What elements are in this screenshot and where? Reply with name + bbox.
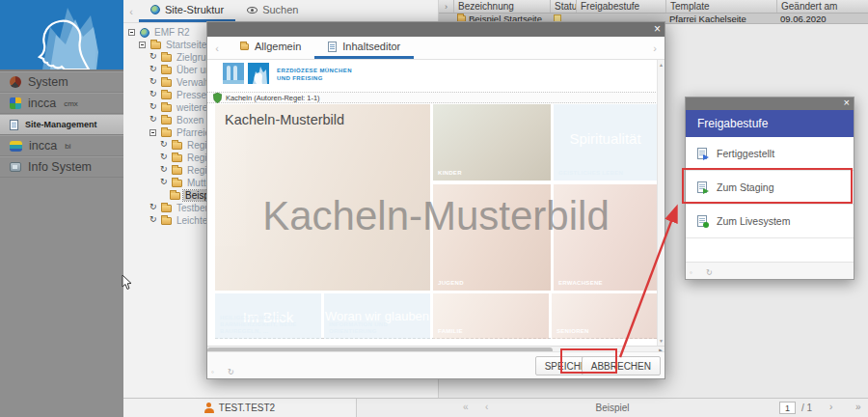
scroll-up-icon[interactable]: ▲ [659,60,664,70]
popup-title: Freigabestufe [686,110,854,137]
preview-heading: Kacheln-Musterbild [225,112,344,127]
content-editor-dialog: × ‹ Allgemein Inhaltseditor › [206,21,665,379]
pagination-bar: « ‹ Beispiel 1 / 1 › » [357,399,868,417]
column-header[interactable]: Geändert am [776,0,839,13]
sidebar-item-label: System [28,75,68,89]
table-collapse-icon[interactable]: › [439,0,453,13]
tree-expander-icon[interactable] [160,166,169,175]
release-options: Fertiggestellt Zum Staging Zum Livesyste… [686,137,854,238]
tree-expander-icon[interactable] [160,179,169,187]
page-total-label: / 1 [801,403,812,413]
chevron-left-icon[interactable]: ‹ [123,0,139,22]
column-header[interactable]: Freigabestufe [576,0,665,13]
tree-expander-icon[interactable] [160,191,167,200]
tab-allgemein[interactable]: Allgemein [227,37,314,59]
chevron-left-icon[interactable]: ‹ [207,37,227,59]
preview-tile: SENIOREN [552,293,657,339]
preview-tile: Woran wir glauben INFORMATION UND ORIENT… [324,293,430,339]
tree-expander-icon[interactable] [139,42,146,48]
tree-expander-icon[interactable] [149,204,158,212]
user-icon [204,403,214,413]
status-bar: TEST.TEST2 « ‹ Beispiel 1 / 1 › » [123,398,868,417]
release-option[interactable]: Zum Livesystem [686,205,854,238]
tab-suchen[interactable]: Suchen [235,0,310,22]
table-header: › Bezeichnung Status Freigabestufe Templ… [439,0,868,14]
tree-node-icon [172,167,182,175]
tree-expander-icon[interactable] [128,29,135,36]
preview-tile: FAMILIE [433,293,549,339]
last-page-button[interactable]: » [855,402,861,412]
scroll-down-icon[interactable]: ▼ [659,336,664,346]
resize-refresh-icons[interactable]: ◦ ↻ [211,368,240,376]
preview-tile: KINDER [433,104,551,181]
sidebar-item[interactable]: Info System [0,156,123,178]
dialog-titlebar[interactable]: × [207,22,665,37]
release-option[interactable]: Zum Staging [686,171,854,205]
column-header[interactable]: Template [665,0,776,13]
sidebar-item[interactable]: inccabi [0,135,123,156]
sidebar-item[interactable]: inccacmx [0,93,123,114]
tree-node-label[interactable]: EMF R2 [152,27,192,38]
tree-expander-icon[interactable] [149,116,158,125]
tab-site-struktur[interactable]: Site-Struktur [139,0,235,22]
eye-icon [247,7,258,14]
cancel-button[interactable]: ABBRECHEN [582,356,661,375]
diocese-brand: ERZDIÖZESE MÜNCHEN UND FREISING [223,63,352,84]
release-option-label: Zum Livesystem [717,215,790,227]
tree-node-icon [161,104,172,112]
tree-expander-icon[interactable] [149,91,158,99]
kacheln-preview: KINDER Spiritualität GEISTLICHES LEBEN J… [215,104,657,339]
tree-expander-icon[interactable] [149,216,158,225]
chevron-right-icon[interactable]: › [645,37,665,59]
close-icon[interactable]: × [844,97,850,108]
page-number-input[interactable]: 1 [779,402,796,414]
sidebar-item-icon [10,97,21,109]
tree-node-label[interactable]: Startseite [164,40,208,50]
tree-node-icon [161,67,172,74]
close-icon[interactable]: × [654,22,661,36]
release-option[interactable]: Fertiggestellt [686,137,854,171]
watermark-text: Kacheln-Musterbild [215,193,657,239]
freigabestufe-popup: × Freigabestufe Fertiggestellt Zum Stagi… [685,97,854,280]
tree-node-icon [161,79,172,87]
brand-text: ERZDIÖZESE MÜNCHEN UND FREISING [277,63,352,82]
column-header[interactable]: Status [550,0,576,13]
release-option-label: Zum Staging [717,181,774,193]
column-header[interactable]: Bezeichnung [453,0,550,13]
tree-node-icon [161,205,172,212]
sidebar-item-label: Info System [28,160,92,174]
popup-footer: ◦ ↻ [686,262,854,279]
tree-node-icon [170,192,180,200]
sidebar-item[interactable]: System [0,71,123,93]
tree-node-label[interactable]: Presse [175,90,208,100]
next-page-button[interactable]: › [829,402,832,412]
sidebar-menu: System inccacmx Site-Management inccabi [0,70,123,178]
sidebar-item-icon [10,76,21,88]
tree-expander-icon[interactable] [149,78,158,87]
preview-tile: Spiritualität GEISTLICHES LEBEN [554,104,657,181]
tree-expander-icon[interactable] [160,141,169,150]
vertical-scrollbar[interactable]: ▲ ▼ [657,60,665,346]
popup-titlebar[interactable]: × [686,97,854,110]
dialog-body: ERZDIÖZESE MÜNCHEN UND FREISING Kacheln … [207,60,665,346]
autoren-regel-bar[interactable]: Kacheln (Autoren-Regel: 1-1) [207,92,656,103]
tree-expander-icon[interactable] [149,129,156,136]
tree-expander-icon[interactable] [149,103,158,112]
tab-inhaltseditor[interactable]: Inhaltseditor [314,37,414,59]
tree-node-icon [140,28,149,38]
dialog-tab-bar: ‹ Allgemein Inhaltseditor › [207,37,665,60]
tree-expander-icon[interactable] [149,53,158,62]
tree-node-icon [172,154,182,162]
resize-refresh-icons[interactable]: ◦ ↻ [690,268,719,277]
sidebar-item-label: incca [29,139,57,153]
sidebar-item-label: incca [28,97,56,110]
release-option-label: Fertiggestellt [717,148,774,159]
tree-node-icon [172,142,182,150]
sidebar-item-icon [10,162,21,172]
tree-node-icon [161,117,172,125]
tree-expander-icon[interactable] [160,153,169,162]
sidebar-item[interactable]: Site-Management [0,114,123,135]
tree-expander-icon[interactable] [149,66,158,74]
dialog-footer: ◦ ↻ SPEICHERN ABBRECHEN [207,351,665,378]
brand-logo [0,0,123,70]
